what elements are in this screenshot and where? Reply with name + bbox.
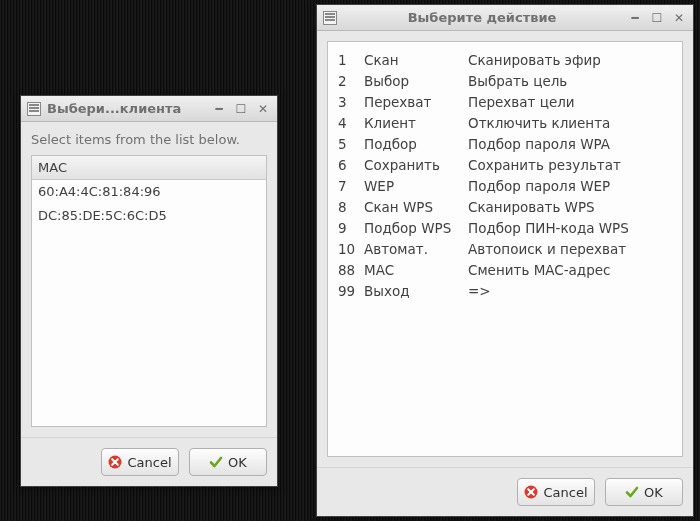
ok-button[interactable]: OK — [189, 448, 267, 476]
titlebar[interactable]: Выберите действие ━ ☐ ✕ — [317, 5, 693, 31]
window-title: Выберите действие — [343, 10, 621, 25]
action-name: Подбор — [364, 134, 468, 155]
action-desc: Сканировать эфир — [468, 50, 672, 71]
action-name: MAC — [364, 260, 468, 281]
dialog-buttons: Cancel OK — [21, 437, 277, 486]
action-number: 5 — [338, 134, 364, 155]
window-body: 1СканСканировать эфир2ВыборВыбрать цель3… — [317, 31, 693, 467]
list-item[interactable]: DC:85:DE:5C:6C:D5 — [32, 204, 266, 228]
action-row[interactable]: 7WEPПодбор пароля WEP — [338, 176, 672, 197]
action-row[interactable]: 10Автомат.Автопоиск и перехват — [338, 239, 672, 260]
ok-icon — [209, 455, 223, 469]
mac-listbox[interactable]: MAC 60:A4:4C:81:84:96DC:85:DE:5C:6C:D5 — [31, 155, 267, 427]
window-menu-icon[interactable] — [323, 11, 337, 25]
cancel-label: Cancel — [543, 485, 587, 500]
ok-label: OK — [644, 485, 663, 500]
ok-label: OK — [228, 455, 247, 470]
close-button[interactable]: ✕ — [255, 101, 271, 117]
maximize-button[interactable]: ☐ — [233, 101, 249, 117]
action-number: 1 — [338, 50, 364, 71]
action-number: 88 — [338, 260, 364, 281]
action-name: Автомат. — [364, 239, 468, 260]
close-button[interactable]: ✕ — [671, 10, 687, 26]
cancel-icon — [108, 455, 122, 469]
action-row[interactable]: 8Скан WPSСканировать WPS — [338, 197, 672, 218]
action-desc: Подбор ПИН-кода WPS — [468, 218, 672, 239]
action-row[interactable]: 5ПодборПодбор пароля WPA — [338, 134, 672, 155]
action-list[interactable]: 1СканСканировать эфир2ВыборВыбрать цель3… — [327, 41, 683, 457]
cancel-button[interactable]: Cancel — [517, 478, 595, 506]
action-name: Скан WPS — [364, 197, 468, 218]
cancel-icon — [524, 485, 538, 499]
action-name: Скан — [364, 50, 468, 71]
select-action-window: Выберите действие ━ ☐ ✕ 1СканСканировать… — [316, 4, 694, 517]
action-desc: Сканировать WPS — [468, 197, 672, 218]
minimize-button[interactable]: ━ — [627, 10, 643, 26]
action-number: 6 — [338, 155, 364, 176]
action-name: Сохранить — [364, 155, 468, 176]
select-client-window: Выбери...клиента ━ ☐ ✕ Select items from… — [20, 95, 278, 487]
action-desc: Выбрать цель — [468, 71, 672, 92]
window-menu-icon[interactable] — [27, 102, 41, 116]
action-number: 7 — [338, 176, 364, 197]
action-name: Перехват — [364, 92, 468, 113]
action-number: 9 — [338, 218, 364, 239]
action-row[interactable]: 4КлиентОтключить клиента — [338, 113, 672, 134]
action-name: Выбор — [364, 71, 468, 92]
action-desc: => — [468, 281, 672, 302]
action-row[interactable]: 2ВыборВыбрать цель — [338, 71, 672, 92]
list-item[interactable]: 60:A4:4C:81:84:96 — [32, 180, 266, 204]
action-name: Подбор WPS — [364, 218, 468, 239]
maximize-button[interactable]: ☐ — [649, 10, 665, 26]
window-title: Выбери...клиента — [47, 101, 205, 116]
instruction-text: Select items from the list below. — [31, 132, 267, 147]
action-number: 10 — [338, 239, 364, 260]
ok-icon — [625, 485, 639, 499]
action-desc: Перехват цели — [468, 92, 672, 113]
action-row[interactable]: 9Подбор WPSПодбор ПИН-кода WPS — [338, 218, 672, 239]
window-body: Select items from the list below. MAC 60… — [21, 122, 277, 437]
action-name: Клиент — [364, 113, 468, 134]
action-desc: Подбор пароля WEP — [468, 176, 672, 197]
action-row[interactable]: 3ПерехватПерехват цели — [338, 92, 672, 113]
action-name: WEP — [364, 176, 468, 197]
cancel-label: Cancel — [127, 455, 171, 470]
action-desc: Отключить клиента — [468, 113, 672, 134]
action-number: 8 — [338, 197, 364, 218]
action-desc: Сменить MAC-адрес — [468, 260, 672, 281]
action-row[interactable]: 6СохранитьСохранить результат — [338, 155, 672, 176]
action-number: 3 — [338, 92, 364, 113]
ok-button[interactable]: OK — [605, 478, 683, 506]
action-name: Выход — [364, 281, 468, 302]
dialog-buttons: Cancel OK — [317, 467, 693, 516]
action-desc: Подбор пароля WPA — [468, 134, 672, 155]
action-row[interactable]: 99Выход=> — [338, 281, 672, 302]
action-desc: Автопоиск и перехват — [468, 239, 672, 260]
list-header-mac[interactable]: MAC — [32, 156, 266, 180]
action-number: 4 — [338, 113, 364, 134]
action-number: 99 — [338, 281, 364, 302]
titlebar[interactable]: Выбери...клиента ━ ☐ ✕ — [21, 96, 277, 122]
action-number: 2 — [338, 71, 364, 92]
cancel-button[interactable]: Cancel — [101, 448, 179, 476]
action-desc: Сохранить результат — [468, 155, 672, 176]
minimize-button[interactable]: ━ — [211, 101, 227, 117]
action-row[interactable]: 1СканСканировать эфир — [338, 50, 672, 71]
action-row[interactable]: 88MACСменить MAC-адрес — [338, 260, 672, 281]
